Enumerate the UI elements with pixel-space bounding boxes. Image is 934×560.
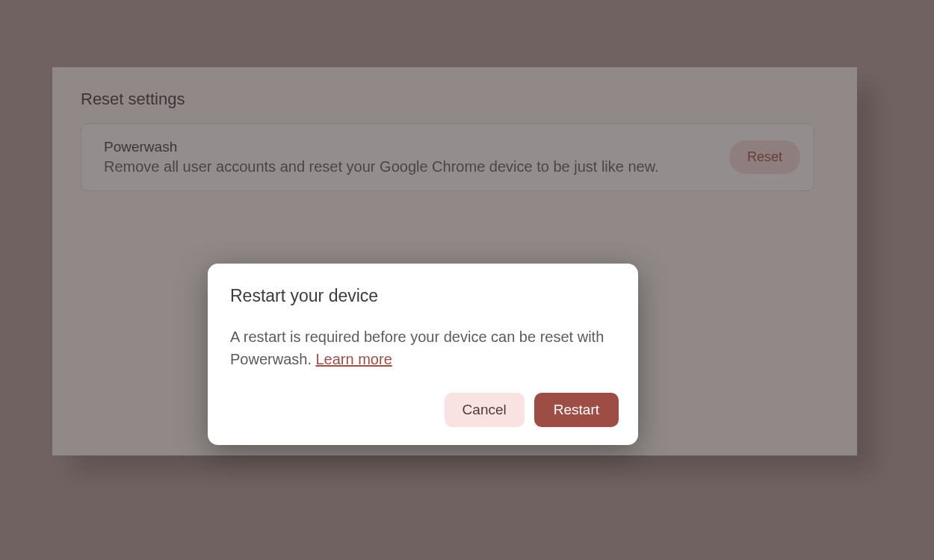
dialog-actions: Cancel Restart — [230, 393, 619, 427]
cancel-button[interactable]: Cancel — [445, 393, 525, 427]
dialog-body: A restart is required before your device… — [230, 326, 619, 370]
restart-dialog: Restart your device A restart is require… — [208, 264, 638, 445]
dialog-body-text: A restart is required before your device… — [230, 329, 604, 367]
learn-more-link[interactable]: Learn more — [316, 351, 392, 367]
restart-button[interactable]: Restart — [534, 393, 619, 427]
dialog-title: Restart your device — [230, 286, 619, 306]
